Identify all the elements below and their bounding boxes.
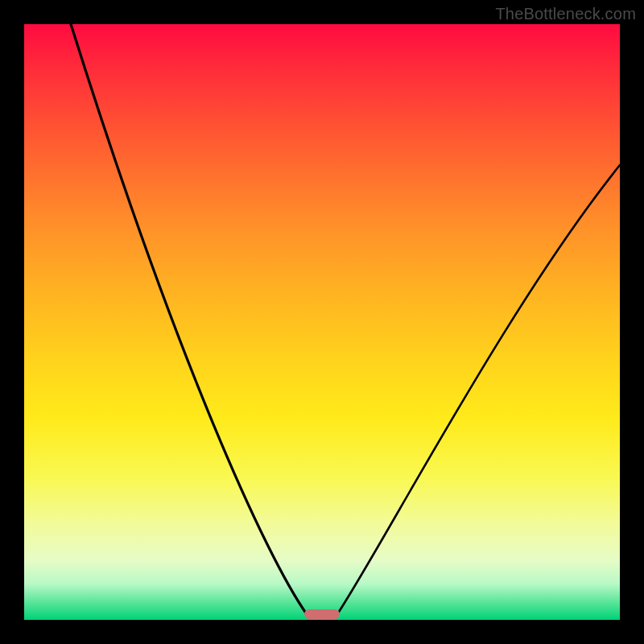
- gradient-plot-area: [24, 24, 620, 620]
- watermark-text: TheBottleneck.com: [495, 5, 636, 23]
- optimal-marker: [304, 609, 340, 619]
- bottleneck-curve: [24, 24, 620, 620]
- curve-right-branch: [337, 165, 620, 614]
- outer-black-frame: TheBottleneck.com: [0, 0, 644, 644]
- curve-left-branch: [71, 24, 307, 614]
